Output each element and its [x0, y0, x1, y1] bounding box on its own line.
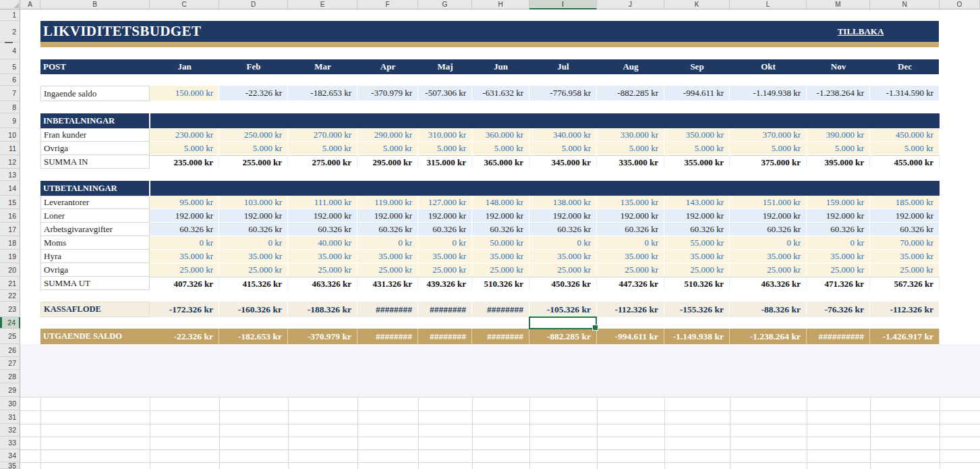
row-header-13[interactable]: 13: [0, 169, 20, 181]
cell-ovriga-jan[interactable]: 25.000 kr: [150, 263, 219, 277]
cell-ovriga-sep[interactable]: 25.000 kr: [664, 263, 730, 277]
cell-ovriga-aug[interactable]: 5.000 kr: [597, 142, 664, 155]
month-header-jun[interactable]: Jun: [472, 59, 529, 74]
cell-kassaflode-nov[interactable]: -76.326 kr: [807, 302, 870, 317]
cell-arbetsgivaravgifter-jun[interactable]: 60.326 kr: [472, 223, 529, 236]
column-header-J[interactable]: J: [597, 0, 664, 9]
cell-moms-apr[interactable]: 0 kr: [357, 236, 418, 250]
cell-utgaende-saldo-dec[interactable]: -1.426.917 kr: [870, 329, 940, 344]
row-header-12[interactable]: 12: [0, 155, 20, 169]
row-header-30[interactable]: 30: [0, 397, 20, 410]
row-header-17[interactable]: 17: [0, 223, 20, 236]
column-header-N[interactable]: N: [870, 0, 940, 9]
cell-utgaende-saldo-jul[interactable]: -882.285 kr: [529, 329, 597, 344]
row-header-20[interactable]: 20: [0, 263, 20, 277]
cell-loner-nov[interactable]: 192.000 kr: [807, 209, 870, 223]
cell-leverantorer-mar[interactable]: 111.000 kr: [288, 196, 357, 209]
row-header-1[interactable]: 1: [0, 9, 20, 21]
cell-summa-in-jul[interactable]: 345.000 kr: [529, 155, 597, 169]
cell-kassaflode-sep[interactable]: -155.326 kr: [664, 302, 730, 317]
cell-ingaende-saldo-maj[interactable]: -507.306 kr: [418, 86, 472, 101]
month-header-apr[interactable]: Apr: [357, 59, 418, 74]
cell-ingaende-saldo-nov[interactable]: -1.238.264 kr: [807, 86, 870, 101]
cell-ovriga-maj[interactable]: 25.000 kr: [418, 263, 472, 277]
cell-utgaende-saldo-sep[interactable]: -1.149.938 kr: [664, 329, 730, 344]
cell-summa-in-sep[interactable]: 355.000 kr: [664, 155, 730, 169]
cell-arbetsgivaravgifter-jul[interactable]: 60.326 kr: [529, 223, 597, 236]
cell-utgaende-saldo-apr[interactable]: ########: [357, 329, 418, 344]
cell-hyra-maj[interactable]: 35.000 kr: [418, 250, 472, 263]
cell-arbetsgivaravgifter-dec[interactable]: 60.326 kr: [870, 223, 940, 236]
cell-ovriga-dec[interactable]: 25.000 kr: [870, 263, 940, 277]
cell-moms-jun[interactable]: 50.000 kr: [472, 236, 529, 250]
cell-ovriga-mar[interactable]: 25.000 kr: [288, 263, 357, 277]
cell-ovriga-aug[interactable]: 25.000 kr: [597, 263, 664, 277]
cell-leverantorer-jan[interactable]: 95.000 kr: [150, 196, 219, 209]
cell-ovriga-jan[interactable]: 5.000 kr: [150, 142, 219, 155]
cell-kassaflode-mar[interactable]: -188.326 kr: [288, 302, 357, 317]
cell-ovriga-okt[interactable]: 25.000 kr: [730, 263, 807, 277]
row-header-21[interactable]: 21: [0, 277, 20, 290]
cell-summa-in-mar[interactable]: 275.000 kr: [288, 155, 357, 169]
cell-hyra-jan[interactable]: 35.000 kr: [150, 250, 219, 263]
cell-arbetsgivaravgifter-aug[interactable]: 60.326 kr: [597, 223, 664, 236]
cell-summa-ut-jun[interactable]: 510.326 kr: [472, 277, 529, 290]
column-header-E[interactable]: E: [288, 0, 357, 9]
row-header-29[interactable]: 29: [0, 383, 20, 397]
cell-ingaende-saldo-jan[interactable]: 150.000 kr: [150, 86, 219, 101]
cell-ovriga-feb[interactable]: 25.000 kr: [219, 263, 288, 277]
back-link[interactable]: TILLBAKA: [807, 21, 915, 42]
cell-ingaende-saldo-jul[interactable]: -776.958 kr: [529, 86, 597, 101]
cell-utgaende-saldo-nov[interactable]: ##########: [807, 329, 870, 344]
cell-moms-mar[interactable]: 40.000 kr: [288, 236, 357, 250]
row-label-moms[interactable]: Moms: [40, 236, 150, 250]
row-label-hyra[interactable]: Hyra: [40, 250, 150, 263]
cell-leverantorer-jul[interactable]: 138.000 kr: [529, 196, 597, 209]
cell-utgaende-saldo-maj[interactable]: ########: [418, 329, 472, 344]
row-header-2[interactable]: 2: [0, 21, 20, 43]
cell-fran-kunder-feb[interactable]: 250.000 kr: [219, 128, 288, 142]
row-header-32[interactable]: 32: [0, 424, 20, 437]
cell-fran-kunder-jan[interactable]: 230.000 kr: [150, 128, 219, 142]
cell-leverantorer-apr[interactable]: 119.000 kr: [357, 196, 418, 209]
cell-summa-in-feb[interactable]: 255.000 kr: [219, 155, 288, 169]
column-header-I[interactable]: I: [529, 0, 597, 9]
cell-leverantorer-jun[interactable]: 148.000 kr: [472, 196, 529, 209]
cell-summa-ut-jan[interactable]: 407.326 kr: [150, 277, 219, 290]
row-header-33[interactable]: 33: [0, 437, 20, 449]
row-header-35[interactable]: 35: [0, 462, 20, 469]
cell-ovriga-okt[interactable]: 5.000 kr: [730, 142, 807, 155]
cell-hyra-sep[interactable]: 35.000 kr: [664, 250, 730, 263]
cell-summa-in-okt[interactable]: 375.000 kr: [730, 155, 807, 169]
cell-hyra-okt[interactable]: 35.000 kr: [730, 250, 807, 263]
cell-loner-jun[interactable]: 192.000 kr: [472, 209, 529, 223]
row-label-inbetalningar[interactable]: INBETALNINGAR: [40, 113, 150, 128]
row-header-23[interactable]: 23: [0, 302, 20, 317]
cell-leverantorer-nov[interactable]: 159.000 kr: [807, 196, 870, 209]
cell-ovriga-jun[interactable]: 25.000 kr: [472, 263, 529, 277]
cell-loner-jan[interactable]: 192.000 kr: [150, 209, 219, 223]
row-header-34[interactable]: 34: [0, 449, 20, 462]
cell-leverantorer-okt[interactable]: 151.000 kr: [730, 196, 807, 209]
cell-utgaende-saldo-mar[interactable]: -370.979 kr: [288, 329, 357, 344]
cell-leverantorer-aug[interactable]: 135.000 kr: [597, 196, 664, 209]
cell-summa-ut-sep[interactable]: 510.326 kr: [664, 277, 730, 290]
cell-summa-ut-maj[interactable]: 439.326 kr: [418, 277, 472, 290]
column-header-O[interactable]: O: [940, 0, 980, 9]
row-header-9[interactable]: 9: [0, 113, 20, 128]
cell-fran-kunder-jul[interactable]: 340.000 kr: [529, 128, 597, 142]
column-header-F[interactable]: F: [357, 0, 418, 9]
cell-ovriga-nov[interactable]: 5.000 kr: [807, 142, 870, 155]
cell-summa-in-jan[interactable]: 235.000 kr: [150, 155, 219, 169]
month-header-aug[interactable]: Aug: [597, 59, 664, 74]
row-label-ovriga[interactable]: Ovriga: [40, 142, 150, 155]
cell-summa-in-maj[interactable]: 315.000 kr: [418, 155, 472, 169]
cell-loner-jul[interactable]: 192.000 kr: [529, 209, 597, 223]
row-label-summa-in[interactable]: SUMMA IN: [40, 155, 150, 169]
cell-utgaende-saldo-jun[interactable]: ########: [472, 329, 529, 344]
row-header-5[interactable]: 5: [0, 59, 20, 74]
cell-arbetsgivaravgifter-apr[interactable]: 60.326 kr: [357, 223, 418, 236]
month-header-jan[interactable]: Jan: [150, 59, 219, 74]
cell-moms-dec[interactable]: 70.000 kr: [870, 236, 940, 250]
cell-summa-ut-nov[interactable]: 471.326 kr: [807, 277, 870, 290]
